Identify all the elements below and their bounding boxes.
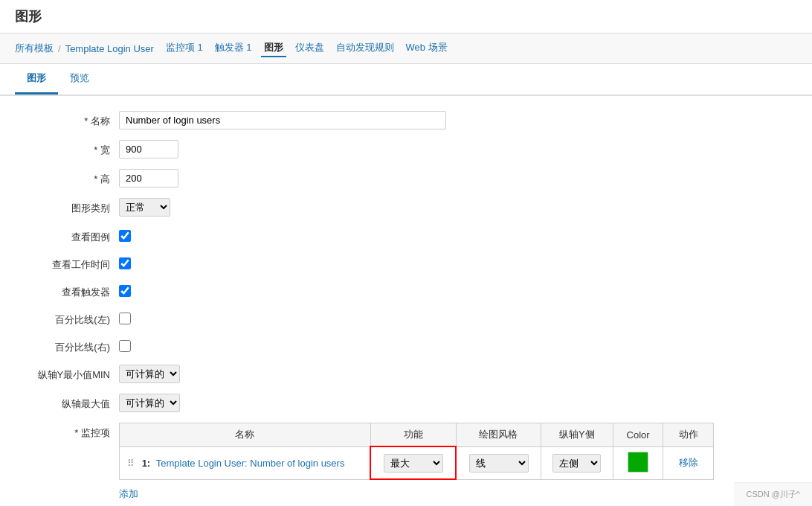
main-content: * 名称 * 宽 * 高 图形类别 正常 堆叠 饼图 爆炸图 查看图例 — [0, 96, 812, 506]
table-cell-color — [613, 446, 663, 479]
working-time-checkbox[interactable] — [119, 257, 131, 269]
height-row: * 高 — [15, 169, 744, 188]
name-input[interactable] — [119, 111, 446, 129]
triggers-checkbox[interactable] — [119, 285, 131, 297]
col-header-yaxis: 纵轴Y侧 — [541, 423, 613, 447]
triggers-label: 查看触发器 — [15, 282, 119, 299]
y-max-label: 纵轴最大值 — [15, 394, 119, 411]
height-input[interactable] — [119, 169, 178, 188]
breadcrumb-nav-discovery[interactable]: 自动发现规则 — [333, 39, 397, 57]
percentile-right-checkbox[interactable] — [119, 340, 131, 352]
percentile-left-checkbox[interactable] — [119, 313, 131, 324]
monitoring-item-link[interactable]: Template Login User: Number of login use… — [156, 458, 345, 469]
width-label: * 宽 — [15, 140, 119, 157]
tab-graph[interactable]: 图形 — [15, 64, 58, 95]
breadcrumb-nav-dashboard[interactable]: 仪表盘 — [292, 39, 327, 57]
breadcrumb-nav-trigger[interactable]: 触发器 1 — [212, 39, 255, 57]
width-input[interactable] — [119, 140, 178, 158]
name-label: * 名称 — [15, 111, 119, 128]
type-label: 图形类别 — [15, 198, 119, 215]
table-header-row: 名称 功能 绘图风格 纵轴Y侧 Color 动作 — [120, 423, 714, 447]
breadcrumb-nav-web[interactable]: Web 场景 — [403, 39, 451, 57]
table-cell-action: 移除 — [663, 446, 714, 479]
table-cell-style: 线 填充区域 粗线 点线 — [456, 446, 541, 479]
legend-checkbox[interactable] — [119, 230, 131, 242]
func-select[interactable]: 最大 最小 平均值 总和 — [384, 454, 443, 473]
legend-label: 查看图例 — [15, 227, 119, 244]
y-min-label: 纵轴Y最小值MIN — [15, 365, 119, 382]
color-picker[interactable] — [628, 452, 648, 473]
breadcrumb-nav: 监控项 1 触发器 1 图形 仪表盘 自动发现规则 Web 场景 — [163, 39, 451, 57]
breadcrumb-nav-graph[interactable]: 图形 — [261, 39, 286, 57]
table-cell-func: 最大 最小 平均值 总和 — [370, 446, 456, 479]
col-header-func: 功能 — [370, 423, 456, 447]
monitoring-table-wrapper: 名称 功能 绘图风格 纵轴Y侧 Color 动作 ⠿ 1: — [119, 423, 714, 504]
monitoring-label: * 监控项 — [15, 423, 119, 440]
legend-row: 查看图例 — [15, 227, 744, 244]
delete-link[interactable]: 移除 — [679, 457, 698, 468]
col-header-action: 动作 — [663, 423, 714, 447]
percentile-left-label: 百分比线(左) — [15, 310, 119, 327]
breadcrumb: 所有模板 / Template Login User 监控项 1 触发器 1 图… — [0, 33, 812, 64]
yaxis-select[interactable]: 左侧 右侧 — [552, 454, 601, 473]
monitoring-table: 名称 功能 绘图风格 纵轴Y侧 Color 动作 ⠿ 1: — [119, 423, 714, 480]
breadcrumb-nav-monitor[interactable]: 监控项 1 — [163, 39, 206, 57]
breadcrumb-sep1: / — [58, 43, 61, 54]
table-row: ⠿ 1: Template Login User: Number of logi… — [120, 446, 714, 479]
table-cell-name: ⠿ 1: Template Login User: Number of logi… — [120, 446, 371, 479]
form-container: * 名称 * 宽 * 高 图形类别 正常 堆叠 饼图 爆炸图 查看图例 — [15, 111, 744, 506]
breadcrumb-all-templates[interactable]: 所有模板 — [15, 42, 54, 55]
tab-preview[interactable]: 预览 — [58, 64, 101, 95]
y-min-row: 纵轴Y最小值MIN 可计算的 固定 条目 — [15, 365, 744, 383]
percentile-right-row: 百分比线(右) — [15, 337, 744, 354]
page-title: 图形 — [0, 0, 812, 33]
y-max-row: 纵轴最大值 可计算的 固定 条目 — [15, 394, 744, 412]
tabs-bar: 图形 预览 — [0, 64, 812, 96]
col-header-name: 名称 — [120, 423, 371, 447]
working-time-label: 查看工作时间 — [15, 254, 119, 272]
add-monitoring-link[interactable]: 添加 — [119, 484, 138, 504]
type-select[interactable]: 正常 堆叠 饼图 爆炸图 — [119, 198, 170, 217]
percentile-left-row: 百分比线(左) — [15, 310, 744, 327]
footer-credit: CSDN @川子^ — [734, 482, 812, 506]
triggers-row: 查看触发器 — [15, 282, 744, 299]
type-row: 图形类别 正常 堆叠 饼图 爆炸图 — [15, 198, 744, 217]
col-header-style: 绘图风格 — [456, 423, 541, 447]
breadcrumb-template-name[interactable]: Template Login User — [65, 43, 154, 54]
row-number: 1: — [142, 458, 151, 469]
style-select[interactable]: 线 填充区域 粗线 点线 — [469, 454, 529, 473]
y-min-select[interactable]: 可计算的 固定 条目 — [119, 365, 180, 383]
monitoring-row: * 监控项 名称 功能 绘图风格 纵轴Y侧 Color 动作 — [15, 423, 744, 504]
width-row: * 宽 — [15, 140, 744, 158]
percentile-right-label: 百分比线(右) — [15, 337, 119, 354]
name-row: * 名称 — [15, 111, 744, 129]
col-header-color: Color — [613, 423, 663, 447]
drag-handle-icon[interactable]: ⠿ — [127, 458, 135, 469]
table-cell-yaxis: 左侧 右侧 — [541, 446, 613, 479]
height-label: * 高 — [15, 169, 119, 186]
y-max-select[interactable]: 可计算的 固定 条目 — [119, 394, 180, 412]
working-time-row: 查看工作时间 — [15, 254, 744, 272]
